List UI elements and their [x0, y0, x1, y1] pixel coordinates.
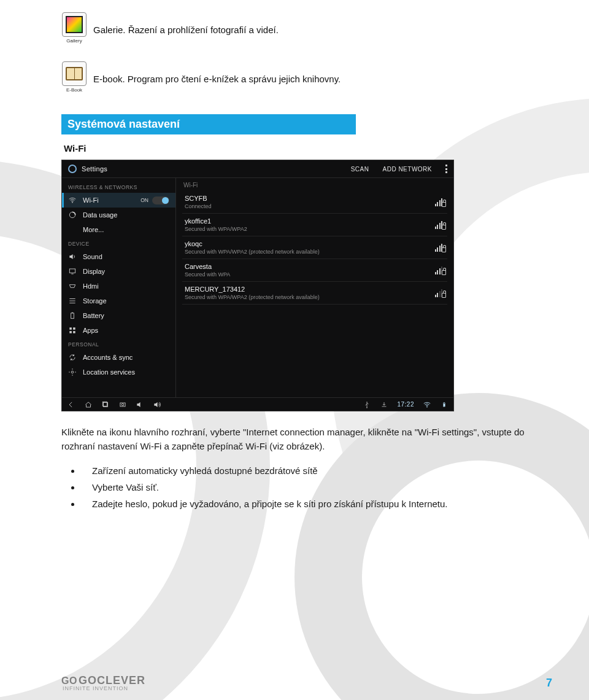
home-nav-icon[interactable]: [84, 400, 93, 409]
screenshot-nav-icon[interactable]: [118, 400, 127, 409]
wifi-status-icon: [423, 400, 431, 409]
sidebar-item-data-usage[interactable]: Data usage: [62, 208, 175, 222]
hdmi-icon: [68, 282, 77, 290]
list-item: Zadejte heslo, pokud je vyžadováno, a př…: [81, 496, 528, 512]
battery-status-icon: [440, 400, 448, 409]
sidebar-item-label: Sound: [83, 253, 102, 260]
network-ssid: SCYFB: [185, 195, 433, 202]
svg-rect-2: [69, 269, 75, 273]
section-heading: Systémová nastavení: [61, 114, 356, 134]
network-row[interactable]: ykoqcSecured with WPA/WPA2 (protected ne…: [182, 236, 447, 259]
svg-point-14: [367, 407, 368, 408]
gallery-description: Galerie. Řazení a prohlížení fotografií …: [93, 25, 279, 35]
screenshot-system-bar: 17:22: [62, 397, 453, 411]
statusbar-clock: 17:22: [397, 401, 414, 408]
sidebar-item-wifi[interactable]: Wi-Fi ON: [62, 193, 175, 208]
gallery-icon: Gallery: [61, 12, 87, 47]
sidebar-item-location[interactable]: Location services: [62, 365, 175, 379]
sidebar-item-battery[interactable]: Battery: [62, 308, 175, 323]
lock-icon: [442, 225, 446, 230]
section-label-device: DEVICE: [62, 237, 175, 249]
storage-icon: [68, 297, 77, 305]
screenshot-title: Settings: [82, 165, 107, 173]
apps-icon: [68, 326, 77, 335]
sidebar-item-more[interactable]: More...: [62, 222, 175, 237]
wifi-signal-icon: [433, 220, 445, 229]
network-status: Secured with WPA/WPA2 (protected network…: [185, 249, 433, 255]
sidebar-item-label: Wi-Fi: [83, 196, 99, 204]
svg-rect-18: [444, 403, 445, 406]
wifi-signal-icon: [433, 266, 445, 274]
lock-icon: [442, 202, 446, 207]
svg-point-13: [121, 403, 124, 406]
sidebar-item-display[interactable]: Display: [62, 264, 175, 279]
sidebar-item-apps[interactable]: Apps: [62, 323, 175, 338]
overflow-menu-icon[interactable]: [445, 165, 447, 173]
brand-tagline: INFINITE INVENTION: [63, 686, 145, 691]
svg-point-15: [426, 406, 428, 407]
section-label-personal: PERSONAL: [62, 338, 175, 350]
recent-nav-icon[interactable]: [101, 400, 110, 409]
wifi-icon: [68, 196, 77, 204]
sidebar-item-label: More...: [83, 226, 104, 233]
page-number: 7: [546, 677, 552, 690]
sync-icon: [68, 353, 77, 362]
download-status-icon: [380, 400, 388, 409]
sidebar-item-storage[interactable]: Storage: [62, 294, 175, 308]
location-icon: [68, 368, 77, 376]
screenshot-topbar: Settings SCAN ADD NETWORK: [62, 160, 453, 177]
page-footer: GO GOCLEVER INFINITE INVENTION 7: [0, 675, 589, 691]
settings-screenshot: Settings SCAN ADD NETWORK WIRELESS & NET…: [61, 160, 454, 411]
network-row[interactable]: CarvestaSecured with WPA: [182, 259, 447, 282]
lock-icon: [442, 270, 446, 275]
brand-go: GO: [61, 676, 77, 686]
sidebar-item-label: Apps: [83, 327, 98, 334]
settings-main-panel: Wi-Fi SCYFBConnected ykoffice1Secured wi…: [176, 178, 453, 397]
scan-action[interactable]: SCAN: [351, 166, 369, 173]
lock-icon: [442, 293, 446, 298]
usb-status-icon: [363, 400, 371, 409]
svg-point-0: [72, 202, 73, 203]
lock-icon: [442, 247, 446, 252]
sidebar-item-accounts[interactable]: Accounts & sync: [62, 350, 175, 365]
sidebar-item-label: Accounts & sync: [83, 354, 133, 361]
network-row[interactable]: MERCURY_173412Secured with WPA/WPA2 (pro…: [182, 282, 447, 305]
network-ssid: ykoqc: [185, 240, 433, 247]
sidebar-item-label: Storage: [83, 297, 107, 305]
ebook-icon-caption: E-Book: [66, 87, 82, 93]
network-status: Connected: [185, 203, 433, 209]
list-item: Zařízení automaticky vyhledá dostupné be…: [81, 462, 528, 479]
main-panel-title: Wi-Fi: [182, 182, 447, 191]
data-usage-icon: [68, 211, 77, 219]
svg-rect-5: [69, 327, 72, 330]
instruction-paragraph: Klikněte na ikonu hlavního rozhraní, vyb…: [61, 425, 528, 454]
display-icon: [68, 267, 77, 276]
svg-rect-6: [73, 327, 75, 330]
sidebar-item-label: Battery: [83, 312, 104, 319]
network-ssid: Carvesta: [185, 263, 433, 270]
network-status: Secured with WPA: [185, 271, 433, 278]
add-network-action[interactable]: ADD NETWORK: [383, 166, 433, 173]
network-row[interactable]: SCYFBConnected: [182, 191, 447, 214]
svg-rect-8: [73, 331, 75, 333]
vol-up-icon[interactable]: [153, 400, 161, 409]
network-row[interactable]: ykoffice1Secured with WPA/WPA2: [182, 214, 447, 236]
sound-icon: [68, 252, 77, 261]
back-nav-icon[interactable]: [67, 400, 75, 409]
ebook-icon: E-Book: [61, 61, 87, 96]
sidebar-item-label: Location services: [83, 368, 135, 376]
wifi-toggle[interactable]: [152, 196, 169, 204]
sidebar-item-label: Hdmi: [83, 282, 99, 290]
sidebar-item-hdmi[interactable]: Hdmi: [62, 279, 175, 294]
sidebar-item-label: Display: [83, 268, 105, 275]
network-ssid: ykoffice1: [185, 217, 433, 225]
network-ssid: MERCURY_173412: [185, 286, 433, 293]
svg-point-9: [71, 371, 74, 373]
network-status: Secured with WPA/WPA2 (protected network…: [185, 294, 433, 300]
sidebar-item-sound[interactable]: Sound: [62, 249, 175, 264]
wifi-signal-icon: [433, 198, 445, 206]
wifi-signal-icon: [433, 243, 445, 252]
vol-down-icon[interactable]: [136, 400, 144, 409]
wifi-signal-icon: [433, 289, 445, 297]
svg-rect-7: [69, 331, 72, 333]
